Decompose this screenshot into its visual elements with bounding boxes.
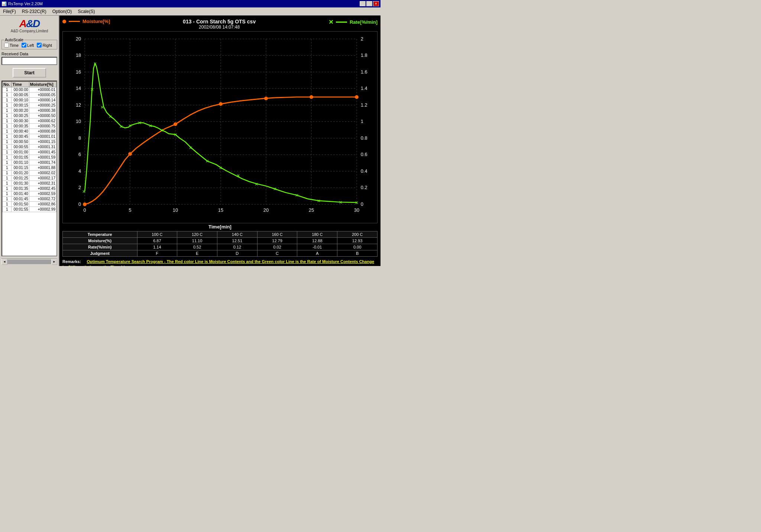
- svg-text:2: 2: [361, 36, 363, 42]
- svg-text:✕: ✕: [90, 87, 94, 92]
- table-row: 100:01:35+00002.45: [3, 186, 56, 191]
- table-row: 100:01:55+00002.99: [3, 207, 56, 212]
- menu-bar: File(F) RS-232C(R) Option(O) Scale(S): [0, 7, 380, 16]
- svg-text:✕: ✕: [355, 200, 359, 205]
- table-row: 100:00:35+00000.75: [3, 124, 56, 129]
- table-row: 100:01:30+00002.31: [3, 181, 56, 186]
- data-table-container: No. Time Moisture[%] 100:00:00+00000.011…: [1, 81, 57, 256]
- moisture-label: Moisture[%]: [82, 19, 110, 24]
- svg-text:0: 0: [83, 207, 86, 213]
- table-row: 100:00:55+00001.31: [3, 145, 56, 150]
- rate-label: Rate[%/min]: [350, 19, 378, 25]
- table-row: 100:00:30+00000.62: [3, 119, 56, 124]
- table-row: 100:00:50+00001.15: [3, 139, 56, 145]
- table-row: 100:00:00+00000.01: [3, 87, 56, 93]
- table-row: 100:00:45+00001.01: [3, 134, 56, 139]
- title-bar-controls: _ □ ✕: [360, 1, 379, 6]
- svg-text:0.8: 0.8: [361, 135, 367, 141]
- svg-text:✕: ✕: [82, 189, 86, 194]
- table-row: 100:00:10+00000.14: [3, 98, 56, 103]
- remarks-area: Remarks: Optimum Temperature Search Prog…: [62, 259, 378, 266]
- logo-sub: A&D Company,Limited: [11, 29, 48, 33]
- received-data-input[interactable]: [1, 57, 57, 65]
- svg-text:1: 1: [361, 119, 363, 124]
- remarks-label: Remarks:: [62, 259, 85, 264]
- summary-row: JudgmentFEDCAB: [63, 250, 378, 256]
- rate-x-icon: ✕: [328, 19, 333, 26]
- table-row: 100:01:15+00001.88: [3, 165, 56, 171]
- title-bar: 📊 RsTemp Ver.2.20M _ □ ✕: [0, 0, 380, 7]
- svg-text:✕: ✕: [339, 200, 343, 205]
- left-checkbox-label[interactable]: Left: [22, 43, 34, 48]
- scroll-right-btn[interactable]: ►: [51, 259, 57, 265]
- time-checkbox-label[interactable]: Time: [4, 43, 19, 48]
- summary-row: Moisture(%)6.8711.1012.5112.7912.8812.93: [63, 237, 378, 244]
- received-data-section: Received Data: [1, 52, 57, 65]
- start-button[interactable]: Start: [13, 68, 46, 78]
- table-row: 100:00:20+00000.38: [3, 108, 56, 113]
- svg-text:1.8: 1.8: [361, 52, 367, 58]
- minimize-button[interactable]: _: [360, 1, 366, 6]
- svg-text:2: 2: [78, 185, 81, 190]
- chart-area: 0 2 4 6 8 10 12 14 16 18 20 0 0.2 0.4 0.…: [62, 31, 378, 223]
- svg-text:5: 5: [129, 207, 131, 213]
- app-title: RsTemp Ver.2.20M: [8, 1, 43, 6]
- svg-point-72: [219, 102, 223, 106]
- svg-point-74: [310, 95, 313, 99]
- maximize-button[interactable]: □: [366, 1, 372, 6]
- svg-text:1.6: 1.6: [361, 69, 367, 75]
- moisture-dot-icon: [62, 20, 66, 23]
- svg-text:20: 20: [76, 36, 81, 42]
- table-row: 100:01:00+00001.45: [3, 150, 56, 155]
- bottom-scrollbar[interactable]: ◄ ►: [1, 259, 57, 265]
- main-layout: A&D A&D Company,Limited AutoScale Time L…: [0, 16, 380, 266]
- menu-option[interactable]: Option(O): [51, 9, 74, 14]
- autoscale-legend: AutoScale: [4, 38, 24, 42]
- rate-line-icon: [336, 22, 347, 23]
- svg-text:0: 0: [361, 201, 363, 207]
- svg-point-71: [174, 122, 177, 126]
- remarks-text: Optimum Temperature Search Program - The…: [62, 259, 374, 266]
- svg-text:✕: ✕: [93, 61, 97, 66]
- logo-text: A&D: [19, 19, 40, 29]
- svg-text:15: 15: [218, 207, 223, 213]
- svg-text:✕: ✕: [295, 193, 299, 198]
- svg-text:✕: ✕: [100, 105, 104, 110]
- svg-text:✕: ✕: [189, 145, 192, 150]
- col-header-time: Time: [12, 82, 29, 87]
- svg-text:✕: ✕: [174, 132, 177, 137]
- received-data-label: Received Data: [1, 52, 57, 56]
- svg-text:8: 8: [78, 135, 81, 141]
- moisture-line-icon: [69, 21, 80, 22]
- close-button[interactable]: ✕: [373, 1, 379, 6]
- right-checkbox[interactable]: [37, 43, 42, 48]
- menu-file[interactable]: File(F): [1, 9, 17, 14]
- right-checkbox-label[interactable]: Right: [37, 43, 52, 48]
- svg-text:0: 0: [78, 201, 81, 207]
- svg-point-69: [83, 202, 87, 206]
- time-checkbox[interactable]: [4, 43, 9, 48]
- svg-text:25: 25: [309, 207, 314, 213]
- chart-subtitle: 2002/08/08 14:07:48: [183, 25, 256, 30]
- svg-text:12: 12: [76, 102, 81, 108]
- scroll-track[interactable]: [7, 260, 51, 264]
- svg-text:✕: ✕: [273, 186, 277, 192]
- summary-row: Temperature100 C120 C140 C160 C180 C200 …: [63, 231, 378, 237]
- menu-scale[interactable]: Scale(S): [76, 9, 96, 14]
- svg-point-75: [355, 95, 359, 99]
- svg-text:20: 20: [263, 207, 269, 213]
- svg-text:6: 6: [78, 152, 81, 157]
- svg-text:✕: ✕: [119, 124, 123, 129]
- logo-area: A&D A&D Company,Limited: [1, 17, 57, 35]
- menu-rs232c[interactable]: RS-232C(R): [20, 9, 48, 14]
- svg-text:✕: ✕: [205, 159, 209, 164]
- x-axis-label: Time[min]: [62, 224, 378, 230]
- summary-row: Rate(%/min)1.140.520.120.02-0.010.00: [63, 244, 378, 250]
- left-checkbox[interactable]: [22, 43, 26, 48]
- svg-text:✕: ✕: [149, 123, 152, 129]
- svg-text:✕: ✕: [255, 182, 258, 187]
- svg-text:16: 16: [76, 69, 81, 75]
- scroll-left-btn[interactable]: ◄: [1, 259, 7, 265]
- chart-title-area: 013 - Corn Starch 5g OTS csv 2002/08/08 …: [183, 19, 256, 30]
- table-row: 100:01:20+00002.02: [3, 171, 56, 176]
